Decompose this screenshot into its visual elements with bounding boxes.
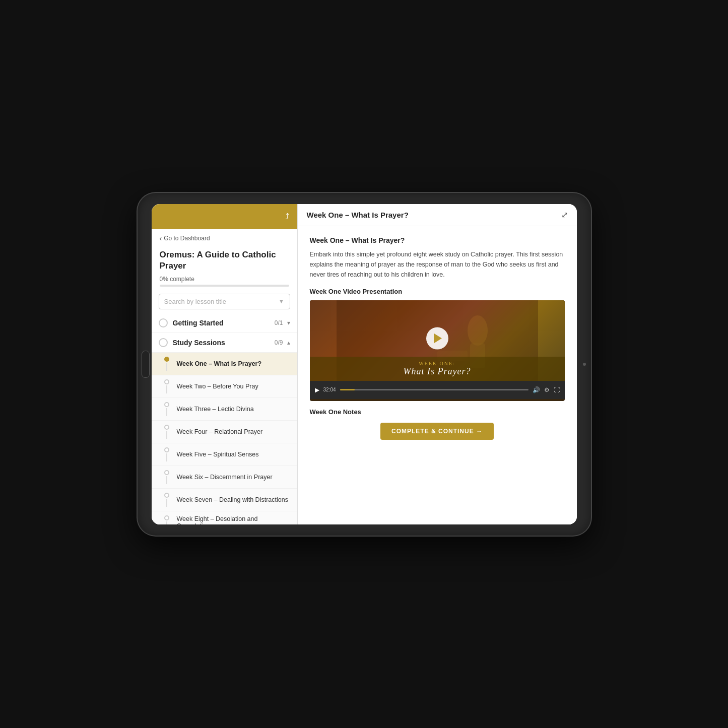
content-header: Week One – What Is Prayer? ⤢: [298, 204, 577, 226]
lesson-title-week2: Week Two – Before You Pray: [177, 383, 258, 390]
search-dropdown[interactable]: Search by lesson title ▼: [159, 294, 290, 309]
section-count-getting-started: 0/1: [275, 319, 283, 326]
lesson-dot-week1: [164, 357, 169, 362]
ipad-screen: ⤴ Go to Dashboard Oremus: A Guide to Cat…: [152, 204, 577, 524]
lesson-connector-line-week3: [166, 408, 167, 416]
lesson-item-week8[interactable]: Week Eight – Desolation and Consolation: [152, 511, 297, 524]
lesson-dot-container-week3: [162, 402, 172, 416]
course-list: Getting Started 0/1 ▾ Study Sessions 0/9…: [152, 313, 297, 524]
dropdown-arrow-icon: ▼: [279, 298, 285, 305]
lesson-dot-container-week2: [162, 379, 172, 393]
video-controls: ▶ 32:04 🔊 ⚙ ⛶: [310, 381, 565, 399]
search-placeholder: Search by lesson title: [164, 298, 227, 305]
lesson-title-week8: Week Eight – Desolation and Consolation: [177, 515, 290, 524]
lesson-connector-line-week5: [166, 453, 167, 461]
lesson-dot-week3: [164, 402, 169, 407]
video-progress-bar[interactable]: [340, 389, 528, 390]
lesson-dot-week5: [164, 447, 169, 452]
lesson-connector-line-week4: [166, 431, 167, 439]
back-to-dashboard-link[interactable]: Go to Dashboard: [160, 234, 289, 242]
lesson-dot-container-week8: [162, 515, 172, 524]
video-player[interactable]: Week One: What Is Prayer? ▶ 32:04 🔊 ⚙: [310, 300, 565, 401]
section-getting-started[interactable]: Getting Started 0/1 ▾: [152, 313, 297, 333]
sidebar-header: ⤴: [152, 204, 297, 229]
lesson-title-week7: Week Seven – Dealing with Distractions: [177, 496, 288, 503]
search-area: Search by lesson title ▼: [152, 291, 297, 313]
progress-bar-background: [160, 285, 289, 287]
lesson-title-week3: Week Three – Lectio Divina: [177, 406, 254, 413]
lesson-dot-week7: [164, 493, 169, 498]
lesson-description: Embark into this simple yet profound eig…: [310, 249, 565, 280]
lesson-heading: Week One – What Is Prayer?: [310, 236, 565, 244]
notes-title: Week One Notes: [310, 408, 565, 416]
fullscreen-icon[interactable]: ⛶: [554, 386, 560, 393]
lesson-dot-container-week1: [162, 357, 172, 371]
lesson-connector-line-week6: [166, 476, 167, 484]
course-title: Oremus: A Guide to Catholic Prayer: [152, 245, 297, 274]
play-icon: [434, 333, 442, 343]
lesson-connector-line-week2: [166, 385, 167, 393]
video-time: 32:04: [323, 387, 336, 392]
lesson-item-week2[interactable]: Week Two – Before You Pray: [152, 375, 297, 398]
lesson-item-week6[interactable]: Week Six – Discernment in Prayer: [152, 466, 297, 489]
lesson-connector-line-week8: [166, 521, 167, 524]
progress-text: 0% complete: [160, 276, 289, 283]
sidebar: ⤴ Go to Dashboard Oremus: A Guide to Cat…: [152, 204, 298, 524]
video-control-icons: 🔊 ⚙ ⛶: [533, 386, 560, 393]
lesson-item-week7[interactable]: Week Seven – Dealing with Distractions: [152, 489, 297, 511]
volume-icon[interactable]: 🔊: [533, 386, 540, 393]
sidebar-nav: Go to Dashboard: [152, 229, 297, 245]
share-icon[interactable]: ⤴: [285, 212, 289, 221]
lesson-dot-week2: [164, 379, 169, 384]
section-circle-getting-started: [159, 318, 168, 327]
lesson-title-week1: Week One – What Is Prayer?: [177, 360, 262, 367]
play-button[interactable]: [426, 327, 448, 349]
complete-continue-button[interactable]: Complete & Continue: [380, 423, 494, 440]
lesson-connector-line-week7: [166, 499, 167, 507]
video-thumbnail: Week One: What Is Prayer?: [310, 300, 565, 381]
section-study-sessions[interactable]: Study Sessions 0/9 ▴: [152, 333, 297, 353]
lesson-dot-container-week4: [162, 425, 172, 439]
lesson-item-week4[interactable]: Week Four – Relational Prayer: [152, 421, 297, 443]
svg-point-1: [468, 315, 488, 346]
settings-icon[interactable]: ⚙: [544, 386, 550, 393]
section-count-study-sessions: 0/9: [275, 339, 283, 346]
chevron-up-icon-study-sessions: ▴: [287, 339, 290, 346]
lesson-title-week6: Week Six – Discernment in Prayer: [177, 474, 273, 481]
main-content: Week One – What Is Prayer? ⤢ Week One – …: [298, 204, 577, 524]
video-progress-fill: [340, 389, 355, 390]
chevron-down-icon-getting-started: ▾: [287, 319, 290, 326]
video-section-title: Week One Video Presentation: [310, 288, 565, 295]
lesson-item-week3[interactable]: Week Three – Lectio Divina: [152, 398, 297, 421]
lesson-item-week1[interactable]: Week One – What Is Prayer?: [152, 353, 297, 375]
progress-area: 0% complete: [152, 274, 297, 291]
lesson-dot-container-week6: [162, 470, 172, 484]
lesson-title-week4: Week Four – Relational Prayer: [177, 428, 263, 435]
section-title-study-sessions: Study Sessions: [173, 339, 275, 347]
content-body: Week One – What Is Prayer? Embark into t…: [298, 226, 577, 524]
video-title-text: What Is Prayer?: [317, 366, 558, 377]
lesson-dot-week8: [164, 515, 169, 520]
expand-icon[interactable]: ⤢: [561, 210, 568, 220]
video-play-icon[interactable]: ▶: [315, 386, 319, 393]
lesson-dot-week6: [164, 470, 169, 475]
lesson-dot-container-week5: [162, 447, 172, 461]
section-circle-study-sessions: [159, 338, 168, 347]
ipad-device: ⤴ Go to Dashboard Oremus: A Guide to Cat…: [138, 193, 591, 536]
lesson-dot-week4: [164, 425, 169, 430]
lesson-item-week5[interactable]: Week Five – Spiritual Senses: [152, 443, 297, 466]
lesson-dot-container-week7: [162, 493, 172, 507]
video-week-label: Week One:: [317, 361, 558, 366]
lesson-title-week5: Week Five – Spiritual Senses: [177, 451, 259, 458]
video-overlay: Week One: What Is Prayer?: [310, 357, 565, 381]
lesson-connector-line-week1: [166, 363, 167, 371]
section-title-getting-started: Getting Started: [173, 319, 275, 327]
content-header-title: Week One – What Is Prayer?: [307, 211, 409, 219]
lesson-list: Week One – What Is Prayer?Week Two – Bef…: [152, 353, 297, 524]
